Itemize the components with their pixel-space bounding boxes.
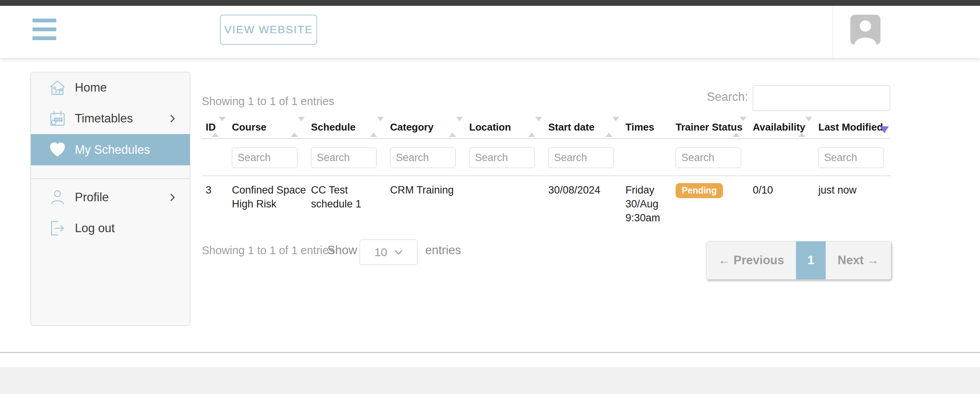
- previous-page-button[interactable]: ← Previous: [706, 241, 796, 279]
- table-row: 3 Confined Space High Risk CC Test sched…: [202, 177, 890, 225]
- sort-desc-icon[interactable]: [880, 126, 889, 133]
- cell-location: [465, 177, 544, 225]
- sort-icon[interactable]: [212, 121, 226, 133]
- page-footer: [0, 367, 980, 394]
- app-header: VIEW WEBSITE: [0, 6, 980, 58]
- cell-availability: 0/10: [749, 177, 814, 225]
- user-icon: [850, 15, 880, 45]
- sidebar-item-my-schedules[interactable]: My Schedules: [31, 134, 190, 165]
- column-header-category[interactable]: Category: [386, 116, 465, 138]
- column-header-trainer-status[interactable]: Trainer Status: [672, 116, 749, 138]
- column-header-schedule[interactable]: Schedule: [307, 116, 386, 138]
- sidebar-divider: [31, 178, 190, 179]
- column-header-availability[interactable]: Availability: [749, 116, 814, 138]
- sidebar-item-label: Timetables: [75, 112, 133, 126]
- chevron-right-icon: [170, 114, 175, 123]
- table-filter-row: [202, 140, 890, 176]
- top-status-bar: [0, 0, 980, 6]
- cell-id: 3: [202, 177, 228, 225]
- sidebar: Home Timetables My Schedules: [30, 72, 190, 326]
- entries-label: entries: [425, 243, 461, 257]
- page-1-button[interactable]: 1: [796, 241, 826, 279]
- page-size-value: 10: [374, 246, 387, 259]
- menu-icon[interactable]: [32, 19, 56, 45]
- global-search-input[interactable]: [753, 85, 890, 111]
- column-header-course[interactable]: Course: [228, 116, 307, 138]
- sidebar-item-timetables[interactable]: Timetables: [31, 103, 190, 134]
- filter-trainer-status-input[interactable]: [676, 148, 741, 168]
- column-header-location[interactable]: Location: [465, 116, 544, 138]
- home-icon: [49, 79, 66, 97]
- filter-category-input[interactable]: [390, 148, 456, 168]
- filter-last-modified-input[interactable]: [818, 148, 884, 168]
- filter-schedule-input[interactable]: [311, 148, 377, 168]
- column-header-start-date[interactable]: Start date: [544, 116, 622, 138]
- view-website-button[interactable]: VIEW WEBSITE: [220, 15, 317, 45]
- sidebar-item-label: Profile: [75, 190, 109, 204]
- table-header-row: ID Course Schedule Category Location Sta…: [202, 116, 890, 139]
- heart-icon: [49, 141, 66, 159]
- profile-icon: [49, 189, 66, 206]
- app-root: VIEW WEBSITE Home: [0, 0, 980, 394]
- cell-course: Confined Space High Risk: [228, 177, 307, 225]
- cell-last-modified: just now: [814, 177, 890, 225]
- show-label: Show: [327, 243, 357, 257]
- sort-icon[interactable]: [528, 121, 542, 133]
- status-badge: Pending: [676, 183, 723, 198]
- entries-info-bottom: Showing 1 to 1 of 1 entries: [202, 244, 334, 257]
- sort-icon[interactable]: [733, 121, 747, 133]
- sort-icon[interactable]: [291, 121, 305, 133]
- page-size-select[interactable]: 10: [360, 239, 417, 265]
- sidebar-item-home[interactable]: Home: [31, 72, 190, 103]
- column-header-id[interactable]: ID: [202, 116, 228, 138]
- cell-times: Friday 30/Aug 9:30am: [622, 177, 672, 225]
- logout-icon: [49, 219, 66, 237]
- sidebar-item-logout[interactable]: Log out: [31, 213, 190, 244]
- content-bottom-divider: [0, 352, 980, 353]
- filter-start-date-input[interactable]: [548, 148, 614, 168]
- chevron-right-icon: [170, 193, 175, 202]
- cell-start-date: 30/08/2024: [544, 177, 622, 225]
- cell-schedule: CC Test schedule 1: [307, 177, 386, 225]
- cell-trainer-status: Pending: [672, 177, 749, 225]
- sidebar-item-label: Log out: [75, 221, 115, 235]
- sort-icon[interactable]: [798, 121, 812, 133]
- filter-course-input[interactable]: [232, 148, 297, 168]
- calendar-icon: [49, 110, 66, 127]
- header-divider: [832, 6, 833, 58]
- sidebar-item-label: My Schedules: [75, 143, 150, 157]
- sort-icon[interactable]: [449, 121, 463, 133]
- column-header-times[interactable]: Times: [622, 116, 672, 138]
- sort-icon[interactable]: [605, 121, 619, 133]
- sidebar-item-profile[interactable]: Profile: [31, 182, 190, 213]
- entries-info-top: Showing 1 to 1 of 1 entries: [202, 95, 334, 108]
- cell-category: CRM Training: [386, 177, 465, 225]
- avatar[interactable]: [850, 15, 880, 45]
- sidebar-item-label: Home: [75, 81, 107, 95]
- sort-icon[interactable]: [370, 121, 384, 133]
- pagination: ← Previous 1 Next →: [706, 241, 891, 280]
- next-page-button[interactable]: Next →: [826, 241, 891, 279]
- column-header-last-modified[interactable]: Last Modified: [814, 116, 890, 138]
- chevron-down-icon: [394, 250, 403, 255]
- global-search-label: Search:: [707, 90, 748, 104]
- filter-location-input[interactable]: [469, 148, 535, 168]
